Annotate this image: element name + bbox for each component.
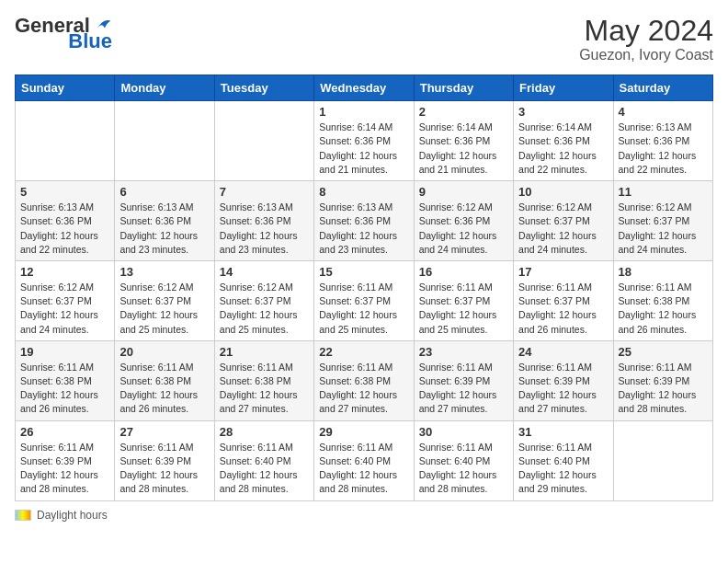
day-number: 1 [319,105,408,119]
day-info: Sunrise: 6:11 AM Sunset: 6:37 PM Dayligh… [419,281,508,337]
day-info: Sunrise: 6:11 AM Sunset: 6:39 PM Dayligh… [419,361,508,417]
logo-blue-text: Blue [68,31,112,52]
calendar-cell: 14Sunrise: 6:12 AM Sunset: 6:37 PM Dayli… [214,260,313,340]
calendar-cell: 26Sunrise: 6:11 AM Sunset: 6:39 PM Dayli… [16,420,115,500]
day-info: Sunrise: 6:12 AM Sunset: 6:37 PM Dayligh… [619,201,708,257]
day-info: Sunrise: 6:11 AM Sunset: 6:38 PM Dayligh… [220,361,309,417]
calendar-cell: 22Sunrise: 6:11 AM Sunset: 6:38 PM Dayli… [314,340,414,420]
calendar-cell: 25Sunrise: 6:11 AM Sunset: 6:39 PM Dayli… [613,340,712,420]
day-info: Sunrise: 6:12 AM Sunset: 6:37 PM Dayligh… [220,281,309,337]
weekday-header-tuesday: Tuesday [214,75,313,101]
day-info: Sunrise: 6:14 AM Sunset: 6:36 PM Dayligh… [518,121,608,177]
day-info: Sunrise: 6:11 AM Sunset: 6:37 PM Dayligh… [319,281,408,337]
day-info: Sunrise: 6:13 AM Sunset: 6:36 PM Dayligh… [20,201,109,257]
calendar-cell: 13Sunrise: 6:12 AM Sunset: 6:37 PM Dayli… [115,260,214,340]
day-number: 18 [619,265,708,279]
logo: General Blue [15,15,112,52]
calendar-week-row: 1Sunrise: 6:14 AM Sunset: 6:36 PM Daylig… [16,101,713,181]
day-number: 19 [20,345,109,359]
day-info: Sunrise: 6:14 AM Sunset: 6:36 PM Dayligh… [419,121,508,177]
day-number: 26 [20,425,109,439]
calendar-cell: 16Sunrise: 6:11 AM Sunset: 6:37 PM Dayli… [414,260,513,340]
calendar-week-row: 5Sunrise: 6:13 AM Sunset: 6:36 PM Daylig… [16,181,713,261]
day-number: 2 [419,105,508,119]
calendar-cell: 5Sunrise: 6:13 AM Sunset: 6:36 PM Daylig… [16,181,115,261]
location-subtitle: Guezon, Ivory Coast [579,47,713,63]
calendar-cell [613,420,712,500]
calendar-cell [16,101,115,181]
day-info: Sunrise: 6:11 AM Sunset: 6:38 PM Dayligh… [619,281,708,337]
calendar-table: SundayMondayTuesdayWednesdayThursdayFrid… [15,75,713,500]
day-info: Sunrise: 6:12 AM Sunset: 6:37 PM Dayligh… [20,281,109,337]
day-info: Sunrise: 6:13 AM Sunset: 6:36 PM Dayligh… [119,201,209,257]
calendar-cell: 31Sunrise: 6:11 AM Sunset: 6:40 PM Dayli… [514,420,613,500]
day-number: 15 [319,265,408,279]
day-number: 29 [319,425,408,439]
day-info: Sunrise: 6:14 AM Sunset: 6:36 PM Dayligh… [319,121,408,177]
day-info: Sunrise: 6:11 AM Sunset: 6:39 PM Dayligh… [518,361,608,417]
calendar-cell: 4Sunrise: 6:13 AM Sunset: 6:36 PM Daylig… [613,101,712,181]
calendar-cell: 21Sunrise: 6:11 AM Sunset: 6:38 PM Dayli… [214,340,313,420]
day-number: 27 [119,425,209,439]
month-year-title: May 2024 [579,15,713,47]
weekday-header-saturday: Saturday [613,75,712,101]
day-info: Sunrise: 6:13 AM Sunset: 6:36 PM Dayligh… [619,121,708,177]
day-number: 13 [119,265,209,279]
day-info: Sunrise: 6:11 AM Sunset: 6:40 PM Dayligh… [220,441,309,497]
calendar-cell: 10Sunrise: 6:12 AM Sunset: 6:37 PM Dayli… [514,181,613,261]
calendar-cell: 27Sunrise: 6:11 AM Sunset: 6:39 PM Dayli… [115,420,214,500]
weekday-header-friday: Friday [514,75,613,101]
daylight-hours-label: Daylight hours [37,509,108,522]
weekday-header-sunday: Sunday [16,75,115,101]
calendar-cell: 29Sunrise: 6:11 AM Sunset: 6:40 PM Dayli… [314,420,414,500]
day-number: 5 [20,185,109,199]
calendar-cell: 7Sunrise: 6:13 AM Sunset: 6:36 PM Daylig… [214,181,313,261]
calendar-cell: 19Sunrise: 6:11 AM Sunset: 6:38 PM Dayli… [16,340,115,420]
day-number: 12 [20,265,109,279]
day-number: 28 [220,425,309,439]
day-number: 4 [619,105,708,119]
calendar-cell: 24Sunrise: 6:11 AM Sunset: 6:39 PM Dayli… [514,340,613,420]
day-info: Sunrise: 6:11 AM Sunset: 6:39 PM Dayligh… [20,441,109,497]
calendar-cell: 12Sunrise: 6:12 AM Sunset: 6:37 PM Dayli… [16,260,115,340]
calendar-cell: 15Sunrise: 6:11 AM Sunset: 6:37 PM Dayli… [314,260,414,340]
weekday-header-monday: Monday [115,75,214,101]
day-number: 9 [419,185,508,199]
day-number: 14 [220,265,309,279]
calendar-cell: 9Sunrise: 6:12 AM Sunset: 6:36 PM Daylig… [414,181,513,261]
calendar-cell [115,101,214,181]
day-number: 3 [518,105,608,119]
day-number: 31 [518,425,608,439]
day-info: Sunrise: 6:11 AM Sunset: 6:38 PM Dayligh… [319,361,408,417]
day-number: 23 [419,345,508,359]
calendar-cell: 8Sunrise: 6:13 AM Sunset: 6:36 PM Daylig… [314,181,414,261]
day-info: Sunrise: 6:11 AM Sunset: 6:40 PM Dayligh… [319,441,408,497]
day-number: 24 [518,345,608,359]
title-section: May 2024 Guezon, Ivory Coast [579,15,713,63]
calendar-week-row: 19Sunrise: 6:11 AM Sunset: 6:38 PM Dayli… [16,340,713,420]
calendar-cell: 3Sunrise: 6:14 AM Sunset: 6:36 PM Daylig… [514,101,613,181]
day-number: 10 [518,185,608,199]
day-info: Sunrise: 6:11 AM Sunset: 6:38 PM Dayligh… [20,361,109,417]
footer: Daylight hours [15,509,713,522]
day-number: 21 [220,345,309,359]
day-info: Sunrise: 6:12 AM Sunset: 6:36 PM Dayligh… [419,201,508,257]
calendar-week-row: 26Sunrise: 6:11 AM Sunset: 6:39 PM Dayli… [16,420,713,500]
day-info: Sunrise: 6:13 AM Sunset: 6:36 PM Dayligh… [319,201,408,257]
day-info: Sunrise: 6:11 AM Sunset: 6:39 PM Dayligh… [619,361,708,417]
calendar-cell: 23Sunrise: 6:11 AM Sunset: 6:39 PM Dayli… [414,340,513,420]
day-number: 6 [119,185,209,199]
page-header: General Blue May 2024 Guezon, Ivory Coas… [15,15,713,63]
day-info: Sunrise: 6:11 AM Sunset: 6:40 PM Dayligh… [419,441,508,497]
day-number: 30 [419,425,508,439]
weekday-header-thursday: Thursday [414,75,513,101]
day-info: Sunrise: 6:11 AM Sunset: 6:38 PM Dayligh… [119,361,209,417]
calendar-cell: 18Sunrise: 6:11 AM Sunset: 6:38 PM Dayli… [613,260,712,340]
day-info: Sunrise: 6:11 AM Sunset: 6:39 PM Dayligh… [119,441,209,497]
daylight-icon [15,510,31,521]
day-number: 7 [220,185,309,199]
day-number: 22 [319,345,408,359]
calendar-cell: 28Sunrise: 6:11 AM Sunset: 6:40 PM Dayli… [214,420,313,500]
calendar-cell: 11Sunrise: 6:12 AM Sunset: 6:37 PM Dayli… [613,181,712,261]
calendar-cell: 30Sunrise: 6:11 AM Sunset: 6:40 PM Dayli… [414,420,513,500]
